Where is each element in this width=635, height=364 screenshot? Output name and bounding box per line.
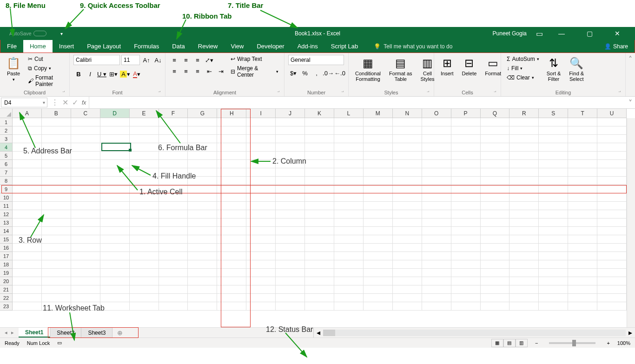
row-header-8[interactable]: 8 xyxy=(0,177,13,185)
col-header-T[interactable]: T xyxy=(568,109,597,118)
enter-icon[interactable]: ✓ xyxy=(72,98,78,107)
cancel-icon[interactable]: ✕ xyxy=(62,98,68,107)
underline-button[interactable]: U ▾ xyxy=(97,69,107,79)
row-header-7[interactable]: 7 xyxy=(0,168,13,177)
number-format-select[interactable] xyxy=(288,55,344,65)
user-name[interactable]: Puneet Gogia xyxy=(493,30,527,37)
row-header-9[interactable]: 9 xyxy=(0,185,13,193)
paste-button[interactable]: 📋 Paste ▾ xyxy=(4,55,23,84)
row-header-22[interactable]: 22 xyxy=(0,294,13,302)
row-header-4[interactable]: 4 xyxy=(0,143,13,152)
col-header-A[interactable]: A xyxy=(13,109,42,118)
align-top-icon[interactable]: ≡ xyxy=(169,55,179,65)
align-bottom-icon[interactable]: ≡ xyxy=(192,55,203,65)
tab-script-lab[interactable]: Script Lab xyxy=(324,40,365,53)
collapse-ribbon-icon[interactable]: ˄ xyxy=(626,53,635,96)
formula-input[interactable] xyxy=(89,97,626,108)
prev-sheet-icon[interactable]: ◂ xyxy=(5,330,7,336)
sheet-tab-sheet3[interactable]: Sheet3 xyxy=(81,328,112,338)
indent-decrease-icon[interactable]: ⇤ xyxy=(204,66,214,76)
close-button[interactable]: ✕ xyxy=(608,30,627,37)
col-header-K[interactable]: K xyxy=(305,109,334,118)
tab-page-layout[interactable]: Page Layout xyxy=(80,40,127,53)
conditional-formatting-button[interactable]: ▦Conditional Formatting xyxy=(352,55,384,84)
col-header-S[interactable]: S xyxy=(539,109,568,118)
col-header-B[interactable]: B xyxy=(42,109,71,118)
comma-icon[interactable]: , xyxy=(311,68,322,78)
page-layout-view-button[interactable]: ▤ xyxy=(503,339,516,347)
decrease-font-icon[interactable]: A↓ xyxy=(153,55,163,65)
font-size-select[interactable] xyxy=(121,55,140,65)
row-header-16[interactable]: 16 xyxy=(0,244,13,252)
row-header-12[interactable]: 12 xyxy=(0,210,13,218)
vertical-scrollbar[interactable] xyxy=(627,118,635,327)
fill-button[interactable]: ↓Fill ▾ xyxy=(505,64,541,73)
horizontal-scrollbar[interactable]: ◂ ▸ xyxy=(313,328,635,338)
new-sheet-button[interactable]: ⊕ xyxy=(112,329,127,337)
merge-center-button[interactable]: ⊟Merge & Center ▾ xyxy=(229,64,280,79)
orientation-icon[interactable]: ⤢▾ xyxy=(204,55,214,65)
sheet-nav[interactable]: ◂▸ xyxy=(0,330,19,336)
wrap-text-button[interactable]: ↩Wrap Text xyxy=(229,55,280,63)
normal-view-button[interactable]: ▦ xyxy=(491,339,503,347)
next-sheet-icon[interactable]: ▸ xyxy=(11,330,14,336)
row-header-3[interactable]: 3 xyxy=(0,135,13,143)
fx-icon[interactable]: fx xyxy=(82,99,86,106)
cells-area[interactable] xyxy=(13,118,627,327)
align-middle-icon[interactable]: ≡ xyxy=(181,55,191,65)
tab-formulas[interactable]: Formulas xyxy=(127,40,165,53)
row-header-13[interactable]: 13 xyxy=(0,218,13,227)
format-painter-button[interactable]: 🖌Format Painter xyxy=(26,73,66,88)
sheet-tab-sheet1[interactable]: Sheet1 xyxy=(19,328,50,338)
row-header-11[interactable]: 11 xyxy=(0,202,13,210)
format-as-table-button[interactable]: ▤Format as Table xyxy=(386,55,415,84)
bold-button[interactable]: B xyxy=(73,69,84,79)
zoom-in-button[interactable]: + xyxy=(607,340,609,346)
row-header-5[interactable]: 5 xyxy=(0,152,13,160)
font-color-button[interactable]: A▾ xyxy=(132,69,142,79)
tab-home[interactable]: Home xyxy=(23,40,53,53)
sheet-tab-sheet2[interactable]: Sheet2 xyxy=(50,328,81,338)
row-header-6[interactable]: 6 xyxy=(0,160,13,168)
row-header-19[interactable]: 19 xyxy=(0,269,13,277)
tell-me-search[interactable]: 💡Tell me what you want to do xyxy=(374,40,452,53)
col-header-U[interactable]: U xyxy=(597,109,627,118)
col-header-C[interactable]: C xyxy=(71,109,100,118)
col-header-M[interactable]: M xyxy=(364,109,393,118)
find-select-button[interactable]: 🔍Find & Select xyxy=(566,55,587,84)
font-name-select[interactable] xyxy=(73,55,120,65)
account-icon[interactable]: ▭ xyxy=(536,29,543,38)
insert-button[interactable]: ⊞Insert xyxy=(438,55,456,78)
select-all-corner[interactable] xyxy=(0,109,13,118)
row-header-14[interactable]: 14 xyxy=(0,227,13,235)
sort-filter-button[interactable]: ⇅Sort & Filter xyxy=(544,55,564,84)
percent-icon[interactable]: % xyxy=(300,68,310,78)
row-header-15[interactable]: 15 xyxy=(0,235,13,244)
col-header-F[interactable]: F xyxy=(159,109,188,118)
tab-file[interactable]: File xyxy=(0,40,23,53)
page-break-view-button[interactable]: ▥ xyxy=(516,339,528,347)
expand-formula-icon[interactable]: ˅ xyxy=(626,97,635,108)
row-header-10[interactable]: 10 xyxy=(0,193,13,202)
row-header-21[interactable]: 21 xyxy=(0,285,13,294)
name-box[interactable]: D4 xyxy=(1,98,47,107)
col-header-O[interactable]: O xyxy=(422,109,451,118)
row-header-23[interactable]: 23 xyxy=(0,302,13,311)
tab-view[interactable]: View xyxy=(224,40,250,53)
currency-icon[interactable]: $▾ xyxy=(288,68,298,78)
tab-data[interactable]: Data xyxy=(165,40,191,53)
row-header-18[interactable]: 18 xyxy=(0,260,13,269)
col-header-R[interactable]: R xyxy=(509,109,539,118)
col-header-P[interactable]: P xyxy=(451,109,481,118)
col-header-L[interactable]: L xyxy=(334,109,364,118)
indent-increase-icon[interactable]: ⇥ xyxy=(216,66,226,76)
align-right-icon[interactable]: ≡ xyxy=(192,66,203,76)
col-header-H[interactable]: H xyxy=(217,109,246,118)
col-header-G[interactable]: G xyxy=(188,109,217,118)
col-header-N[interactable]: N xyxy=(393,109,422,118)
col-header-D[interactable]: D xyxy=(100,109,130,118)
col-header-Q[interactable]: Q xyxy=(481,109,510,118)
row-header-17[interactable]: 17 xyxy=(0,252,13,260)
align-left-icon[interactable]: ≡ xyxy=(169,66,179,76)
zoom-value[interactable]: 100% xyxy=(617,340,630,346)
